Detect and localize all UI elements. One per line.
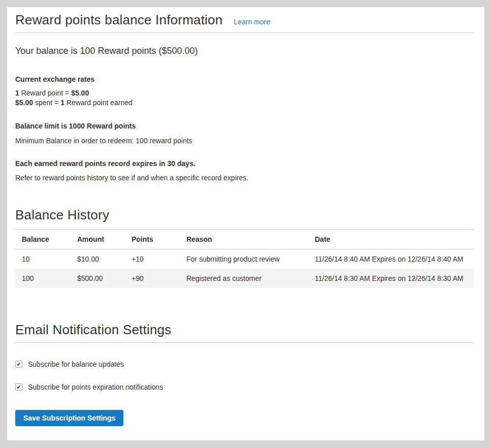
balance-summary: Your balance is 100 Reward points ($500.… [15,45,474,56]
email-settings-header: Email Notification Settings [15,323,474,343]
cell-points: +90 [125,269,180,288]
checkmark-icon: ✔ [16,385,21,390]
table-row: 10 $10.00 +10 For submitting product rev… [15,249,474,269]
expiry-heading: Each earned reward points record expires… [15,159,474,168]
cell-balance: 100 [15,269,71,288]
email-settings-title: Email Notification Settings [15,323,171,337]
checkmark-icon: ✔ [16,362,21,367]
cell-amount: $10.00 [71,249,125,269]
rate-1-value: 1 [15,89,19,97]
subscribe-expiration-notifications-checkbox[interactable]: ✔ [15,383,22,391]
column-header-date: Date [308,230,474,249]
rate-2-text: spent = [33,99,60,107]
subscribe-expiration-notifications-label: Subscribe for points expiration notifica… [28,382,163,392]
balance-history-table: Balance Amount Points Reason Date 10 $10… [15,229,474,288]
column-header-amount: Amount [71,230,125,249]
balance-history-header: Balance History [15,208,474,222]
table-row: 100 $500.00 +90 Registered as customer 1… [15,269,474,288]
cell-amount: $500.00 [71,269,125,288]
balance-history-title: Balance History [15,208,109,222]
rate-2-text-2: Reward point earned [64,99,133,107]
column-header-balance: Balance [15,230,71,249]
subscribe-balance-updates-label: Subscribe for balance updates [28,360,124,369]
save-subscription-settings-button[interactable]: Save Subscription Settings [15,410,123,426]
cell-date: 11/26/14 8:40 AM Expires on 12/26/14 8:4… [308,249,474,269]
rate-1-text: Reward point = [19,89,71,97]
expiry-note: Refer to reward points history to see if… [15,173,474,182]
rate-line-2: $5.00 spent = 1 Reward point earned [15,98,474,108]
cell-date: 11/26/14 8:30 AM Expires on 12/26/14 8:3… [308,269,474,288]
reward-points-page: Reward points balance Information Learn … [7,7,484,440]
rate-2-amount: $5.00 [15,99,33,107]
exchange-rates: 1 Reward point = $5.00 $5.00 spent = 1 R… [15,88,474,108]
column-header-reason: Reason [180,230,308,249]
subscribe-balance-updates-row[interactable]: ✔ Subscribe for balance updates [15,360,474,369]
cell-reason: Registered as customer [180,269,308,288]
min-balance-text: Minimum Balance in order to redeem: 100 … [15,136,474,145]
balance-limit-text: Balance limit is 1000 Reward points [15,121,474,131]
subscribe-expiration-notifications-row[interactable]: ✔ Subscribe for points expiration notifi… [15,382,474,392]
column-header-points: Points [125,230,180,249]
rate-2-value: 1 [60,99,64,107]
subscribe-balance-updates-checkbox[interactable]: ✔ [15,361,22,368]
rate-line-1: 1 Reward point = $5.00 [15,88,474,98]
page-title: Reward points balance Information [15,13,222,27]
rate-1-amount: $5.00 [71,89,89,97]
page-header: Reward points balance Information Learn … [15,13,474,33]
exchange-rates-heading: Current exchange rates [15,75,474,84]
cell-points: +10 [125,249,180,269]
cell-balance: 10 [15,249,71,269]
table-header-row: Balance Amount Points Reason Date [15,230,474,249]
cell-reason: For submitting product review [180,249,308,269]
learn-more-link[interactable]: Learn more [234,18,270,26]
